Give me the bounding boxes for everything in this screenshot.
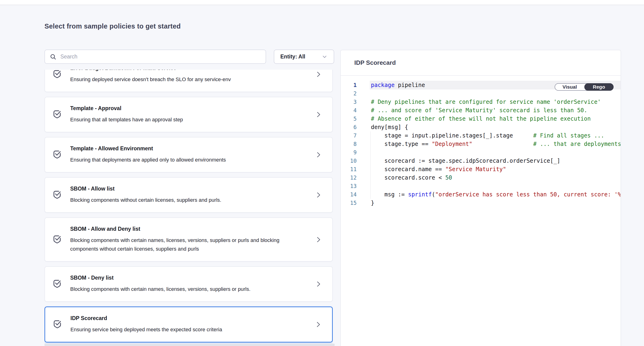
entity-filter-dropdown[interactable]: Entity: All (274, 49, 334, 64)
code-line: 6deny[msg] { (341, 123, 620, 131)
policy-card-text: Template - Allowed Environment Ensuring … (70, 145, 332, 164)
shield-check-icon (52, 70, 63, 80)
line-number: 1 (341, 82, 370, 88)
policy-detail-panel: IDP Scorecard Visual Rego 1package pipel… (340, 50, 621, 346)
policy-title: SBOM - Allow list (70, 186, 302, 192)
policy-card[interactable]: SBOM - Allow and Deny list Blocking comp… (44, 217, 333, 262)
top-edge-strip (0, 0, 644, 5)
code-line: 9 (341, 148, 620, 157)
policy-card-text: IDP Scorecard Ensuring service being dep… (70, 315, 332, 334)
policy-card[interactable]: SBOM - Deny list Blocking components wit… (44, 266, 333, 302)
line-number: 8 (341, 141, 370, 147)
chevron-right-icon (315, 236, 322, 244)
policy-card-text: SBOM - Allow list Blocking components wi… (70, 186, 332, 204)
policy-title: SBOM - Allow and Deny list (70, 226, 302, 232)
line-number: 15 (341, 200, 370, 206)
code-line-text: stage = input.pipeline.stages[_].stage #… (370, 132, 620, 139)
policy-card[interactable]: SBOM - Allow list Blocking components wi… (44, 177, 333, 213)
policy-description: Ensuring that deployments are applied on… (70, 155, 302, 164)
code-line: 4# ... and score of 'Service Maturity' s… (341, 106, 620, 115)
code-line: 10 scorecard := stage.spec.idpScorecard.… (341, 157, 620, 165)
code-line: 8 stage.type == "Deployment" # ... that … (341, 140, 620, 148)
line-number: 11 (341, 166, 370, 172)
chevron-right-icon (315, 151, 322, 159)
shield-check-icon (52, 278, 63, 290)
line-number: 4 (341, 107, 370, 113)
panel-header: IDP Scorecard (341, 50, 620, 76)
code-line: 13 (341, 182, 620, 190)
policy-description: Ensuring service being deployed meets th… (70, 325, 302, 334)
code-line-text: stage.type == "Deployment" # ... that ar… (370, 141, 620, 147)
code-editor[interactable]: 1package pipeline23# Deny pipelines that… (341, 81, 620, 207)
shield-check-icon (52, 319, 63, 331)
line-number: 7 (341, 133, 370, 139)
code-line-text: # Absence of either of these will not ha… (370, 115, 620, 122)
chevron-right-icon (315, 70, 322, 78)
code-line: 14 msg := sprintf("orderService has scor… (341, 190, 620, 199)
search-input[interactable] (60, 53, 261, 60)
policy-description: Blocking components without certain lice… (70, 196, 302, 204)
search-box[interactable] (44, 49, 266, 64)
policy-card-text: Error Budget Burndown For Multi Service … (70, 70, 332, 84)
policy-description: Blocking components with certain names, … (70, 236, 302, 253)
policy-card[interactable]: Error Budget Burndown For Multi Service … (44, 70, 333, 92)
code-line-text: } (370, 200, 620, 206)
code-line-text: # ... and score of 'Service Maturity' sc… (370, 107, 620, 114)
code-line: 15} (341, 199, 620, 207)
policy-title: Template - Approval (70, 105, 302, 111)
code-line-text: scorecard := stage.spec.idpScorecard.ord… (370, 158, 620, 164)
toggle-option-visual[interactable]: Visual (555, 84, 584, 90)
chevron-right-icon (315, 191, 322, 199)
policy-description: Blocking components with certain names, … (70, 285, 302, 293)
line-number: 9 (341, 149, 370, 155)
line-number: 3 (341, 99, 370, 105)
page-title: Select from sample policies to get start… (44, 22, 181, 30)
code-line-text: deny[msg] { (370, 124, 620, 130)
view-mode-toggle: Visual Rego (554, 83, 614, 91)
line-number: 13 (341, 183, 370, 189)
shield-check-icon (52, 108, 63, 121)
line-number: 2 (341, 90, 370, 96)
policy-card[interactable]: Template - Approval Ensuring that all te… (44, 97, 333, 132)
horizontal-scrollbar[interactable] (44, 344, 335, 346)
policy-title: SBOM - Deny list (70, 275, 302, 281)
shield-check-icon (52, 189, 63, 201)
line-number: 6 (341, 124, 370, 130)
policy-card-text: SBOM - Deny list Blocking components wit… (70, 275, 332, 293)
line-number: 5 (341, 116, 370, 122)
code-area: Visual Rego 1package pipeline23# Deny pi… (341, 76, 620, 346)
chevron-right-icon (315, 280, 322, 288)
policy-title: Error Budget Burndown For Multi Service (70, 70, 302, 71)
code-line: 5# Absence of either of these will not h… (341, 115, 620, 123)
policy-title: IDP Scorecard (70, 315, 302, 322)
line-number: 12 (341, 175, 370, 181)
policy-card-text: SBOM - Allow and Deny list Blocking comp… (70, 226, 332, 253)
shield-check-icon (52, 149, 63, 161)
panel-title: IDP Scorecard (354, 59, 396, 66)
code-line-text: msg := sprintf("orderService has score l… (370, 191, 620, 198)
shield-check-icon (52, 234, 63, 246)
chevron-right-icon (315, 321, 322, 329)
line-number: 14 (341, 191, 370, 198)
toggle-option-rego[interactable]: Rego (584, 83, 614, 91)
code-line-text: # Deny pipelines that are configured for… (370, 99, 620, 105)
code-line: 3# Deny pipelines that are configured fo… (341, 98, 620, 106)
policy-list: Error Budget Burndown For Multi Service … (44, 70, 333, 344)
code-line: 11 scorecard.name == "Service Maturity" (341, 165, 620, 173)
code-line-text: scorecard.score < 50 (370, 174, 620, 181)
line-number: 10 (341, 158, 370, 164)
policy-card[interactable]: Template - Allowed Environment Ensuring … (44, 137, 333, 173)
code-line: 12 scorecard.score < 50 (341, 173, 620, 182)
code-line: 7 stage = input.pipeline.stages[_].stage… (341, 131, 620, 140)
policy-card-selected[interactable]: IDP Scorecard Ensuring service being dep… (44, 307, 333, 343)
policy-title: Template - Allowed Environment (70, 145, 302, 152)
code-line-text: scorecard.name == "Service Maturity" (370, 166, 620, 173)
entity-filter-value: Entity: All (280, 53, 305, 60)
policy-description: Ensuring deployed service doesn't breach… (70, 75, 302, 84)
policy-card-text: Template - Approval Ensuring that all te… (70, 105, 332, 124)
policy-description: Ensuring that all templates have an appr… (70, 115, 302, 124)
search-icon (50, 53, 57, 60)
chevron-down-icon (322, 54, 328, 60)
chevron-right-icon (315, 111, 322, 118)
